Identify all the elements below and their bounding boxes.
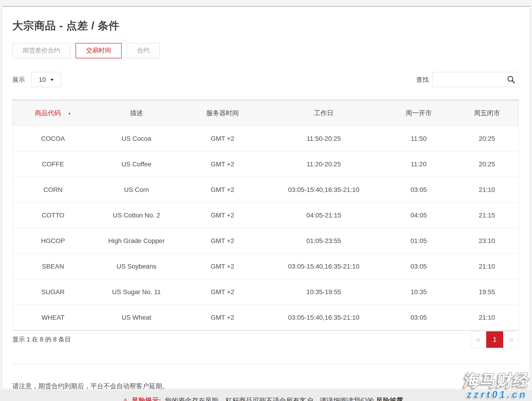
table-cell-weekdays: 01:05-23:55 [266,228,382,254]
table-cell-weekdays: 04:05-21:15 [266,203,382,228]
table-row: COCOAUS CocoaGMT +211:50-20:2511:5020:25 [13,126,519,151]
table-cell-server_time: GMT +2 [179,305,266,331]
table-cell-code: CORN [13,177,94,203]
table-cell-friday_close: 21:10 [455,254,519,279]
pagination: « 1 » [471,331,519,348]
chevron-down-icon: ▼ [49,78,54,81]
table-cell-desc: High Grade Copper [94,228,179,254]
table-cell-code: HGCOP [13,228,94,254]
table-row: SBEANUS SoybeansGMT +203:05-15:40,16:35-… [13,254,519,279]
expiry-note: 请注意，期货合约到期后，平台不会自动帮客户延期。 [12,382,519,390]
column-header-code[interactable]: 商品代码 ▲ [13,100,94,126]
table-cell-server_time: GMT +2 [179,254,266,279]
search-label: 查找 [416,75,429,84]
table-cell-weekdays: 03:05-15:40,16:35-21:10 [266,177,382,203]
pagination-prev-button[interactable]: « [471,331,486,348]
table-cell-weekdays: 10:35-19:55 [266,279,382,305]
divider [12,364,519,364]
search-input[interactable] [432,72,519,87]
table-cell-desc: US Coffee [94,151,179,177]
table-cell-code: SBEAN [13,254,94,279]
table-cell-code: SUGAR [13,279,94,305]
table-cell-friday_close: 20:25 [455,151,519,177]
table-cell-friday_close: 21:10 [455,305,519,331]
column-header-friday-close[interactable]: 周五闭市 [455,100,519,126]
page-title: 大宗商品 - 点差 / 条件 [12,19,519,32]
table-row: SUGARUS Sugar No. 11GMT +210:35-19:5510:… [13,279,519,305]
table-controls: 展示 10 ▼ 查找 [12,72,519,87]
table-header-row: 商品代码 ▲ 描述 服务器时间 工作日 周一开市 周五闭市 [13,100,519,126]
warning-icon: ⚠ [122,397,129,401]
table-cell-friday_close: 21:15 [455,203,519,228]
table-cell-friday_close: 20:25 [455,126,519,151]
table-cell-server_time: GMT +2 [179,279,266,305]
table-cell-code: COTTO [13,203,94,228]
table-cell-weekdays: 03:05-15:40,16:35-21:10 [266,305,382,331]
risk-disclosure-link: 风险披露。 [376,396,410,401]
table-cell-server_time: GMT +2 [179,151,266,177]
main-panel: 大宗商品 - 点差 / 条件 期货差价合约 交易时间 合约 展示 10 ▼ 查找 [2,6,530,389]
table-cell-weekdays: 11:50-20:25 [266,126,382,151]
tab-trading-hours[interactable]: 交易时间 [76,43,122,58]
table-cell-weekdays: 03:05-15:40,16:35-21:10 [266,254,382,279]
table-cell-friday_close: 23:10 [455,228,519,254]
table-row: HGCOPHigh Grade CopperGMT +201:05-23:550… [13,228,519,254]
table-cell-monday_open: 11:50 [382,126,456,151]
risk-warning-bar: ⚠ 风险提示: 您的资金存在风险。杠杆商品可能不适合所有客户。请详细阅读我们的 … [0,391,532,401]
table-row: CORNUS CornGMT +203:05-15:40,16:35-21:10… [13,177,519,203]
table-cell-code: COCOA [13,126,94,151]
table-cell-friday_close: 19:55 [455,279,519,305]
table-cell-friday_close: 21:10 [455,177,519,203]
table-cell-monday_open: 10:35 [382,279,456,305]
table-cell-desc: US Wheat [94,305,179,331]
pagination-next-button[interactable]: » [503,331,519,348]
table-footer: 显示 1 在 8 的 8 条目 « 1 » [12,331,519,348]
table-cell-monday_open: 04:05 [382,203,456,228]
table-cell-code: COFFE [13,151,94,177]
page-size-value: 10 [38,76,46,83]
column-header-description[interactable]: 描述 [94,100,179,126]
table-cell-desc: US Corn [94,177,179,203]
table-row: COTTOUS Cotton No. 2GMT +204:05-21:1504:… [13,203,519,228]
table-cell-monday_open: 01:05 [382,228,456,254]
tab-bar: 期货差价合约 交易时间 合约 [12,43,519,59]
column-header-weekdays[interactable]: 工作日 [266,100,382,126]
table-cell-desc: US Sugar No. 11 [94,279,179,305]
show-label: 展示 [12,75,25,84]
risk-warning-label: 风险提示: [132,396,161,401]
table-row: COFFEUS CoffeeGMT +211:20-20:2511:2020:2… [13,151,519,177]
tab-contracts[interactable]: 合约 [127,43,160,58]
column-header-monday-open[interactable]: 周一开市 [382,100,456,126]
table-cell-monday_open: 11:20 [382,151,456,177]
column-header-server-time[interactable]: 服务器时间 [179,100,266,126]
table-cell-monday_open: 03:05 [382,254,456,279]
table-cell-weekdays: 11:20-20:25 [266,151,382,177]
pagination-page-1-button[interactable]: 1 [486,331,503,348]
sort-asc-icon: ▲ [68,111,71,115]
table-cell-desc: US Cocoa [94,126,179,151]
table-cell-desc: US Soybeans [94,254,179,279]
table-cell-code: WHEAT [13,305,94,331]
table-cell-server_time: GMT +2 [179,228,266,254]
trading-hours-table: 商品代码 ▲ 描述 服务器时间 工作日 周一开市 周五闭市 COCOAUS Co… [12,100,519,331]
tab-futures-cfd[interactable]: 期货差价合约 [12,43,70,58]
table-body: COCOAUS CocoaGMT +211:50-20:2511:5020:25… [13,126,519,331]
table-cell-monday_open: 03:05 [382,177,456,203]
table-cell-desc: US Cotton No. 2 [94,203,179,228]
table-cell-monday_open: 03:05 [382,305,456,331]
page-size-select[interactable]: 10 ▼ [32,72,61,87]
risk-warning-text: 您的资金存在风险。杠杆商品可能不适合所有客户。请详细阅读我们的 [165,396,374,401]
table-cell-server_time: GMT +2 [179,126,266,151]
entries-summary: 显示 1 在 8 的 8 条目 [12,335,71,344]
table-cell-server_time: GMT +2 [179,177,266,203]
search-icon[interactable] [507,75,515,84]
table-cell-server_time: GMT +2 [179,203,266,228]
table-row: WHEATUS WheatGMT +203:05-15:40,16:35-21:… [13,305,519,331]
